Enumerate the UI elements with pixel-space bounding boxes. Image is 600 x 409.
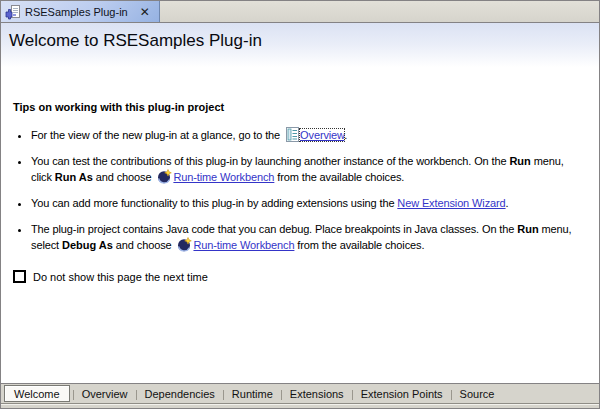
welcome-page: Welcome to RSESamples Plug-in Tips on wo… (1, 23, 599, 383)
tab-runtime[interactable]: Runtime (225, 384, 280, 403)
tip-text: . (506, 197, 509, 209)
form-header: Welcome to RSESamples Plug-in (1, 23, 599, 75)
tip-item-extensions: You can add more functionality to this p… (31, 196, 585, 211)
form-page-icon (286, 127, 299, 142)
tip-text: from the available choices. (294, 239, 424, 251)
tip-item-overview: For the view of the new plug-in at a gla… (31, 127, 585, 143)
tip-text: You can add more functionality to this p… (31, 197, 397, 209)
plugin-editor-window: RSESamples Plug-in ✕ Welcome to RSESampl… (0, 0, 600, 409)
eclipse-sphere-sparkle-icon (157, 169, 172, 184)
tips-heading: Tips on working with this plug-in projec… (13, 101, 599, 113)
new-extension-wizard-link[interactable]: New Extension Wizard (397, 197, 505, 209)
editor-tab-title: RSESamples Plug-in (25, 6, 128, 18)
tip-item-debug: The plug-in project contains Java code t… (31, 222, 585, 253)
dont-show-row: Do not show this page the next time (13, 270, 599, 283)
run-menu-keyword: Run (517, 223, 538, 235)
dont-show-label: Do not show this page the next time (33, 271, 208, 283)
eclipse-sphere-sparkle-icon (177, 237, 192, 252)
tab-separator (281, 390, 282, 400)
overview-link[interactable]: Overview (300, 129, 344, 141)
tab-separator (223, 390, 224, 400)
tab-separator (136, 390, 137, 400)
tip-text: You can test the contributions of this p… (31, 155, 509, 167)
editor-tab-rsesamples[interactable]: RSESamples Plug-in ✕ (1, 1, 160, 22)
tab-extension-points[interactable]: Extension Points (354, 384, 450, 403)
tip-text: For the view of the new plug-in at a gla… (31, 129, 283, 141)
runtime-workbench-link[interactable]: Run-time Workbench (193, 239, 294, 251)
tip-item-run: You can test the contributions of this p… (31, 154, 585, 185)
editor-tab-bar: RSESamples Plug-in ✕ (1, 1, 599, 23)
tab-dependencies[interactable]: Dependencies (138, 384, 222, 403)
run-as-keyword: Run As (55, 171, 93, 183)
page-title: Welcome to RSESamples Plug-in (9, 31, 599, 51)
tab-extensions[interactable]: Extensions (283, 384, 351, 403)
plugin-manifest-icon (5, 4, 21, 20)
tip-text: and choose (113, 239, 175, 251)
window-bottom-edge (1, 403, 599, 408)
tab-separator (73, 390, 74, 400)
dont-show-checkbox[interactable] (13, 270, 26, 283)
run-menu-keyword: Run (509, 155, 530, 167)
tips-list: For the view of the new plug-in at a gla… (1, 127, 599, 253)
tip-text: The plug-in project contains Java code t… (31, 223, 517, 235)
tab-welcome[interactable]: Welcome (4, 385, 70, 402)
tip-text: and choose (93, 171, 155, 183)
tab-separator (352, 390, 353, 400)
tab-source[interactable]: Source (453, 384, 502, 403)
debug-as-keyword: Debug As (62, 239, 113, 251)
tab-overview[interactable]: Overview (75, 384, 135, 403)
page-tab-bar: Welcome Overview Dependencies Runtime Ex… (1, 383, 599, 403)
tab-separator (451, 390, 452, 400)
tip-text: from the available choices. (274, 171, 404, 183)
runtime-workbench-link[interactable]: Run-time Workbench (173, 171, 274, 183)
close-icon[interactable]: ✕ (138, 6, 152, 18)
tip-text: . (344, 129, 347, 141)
